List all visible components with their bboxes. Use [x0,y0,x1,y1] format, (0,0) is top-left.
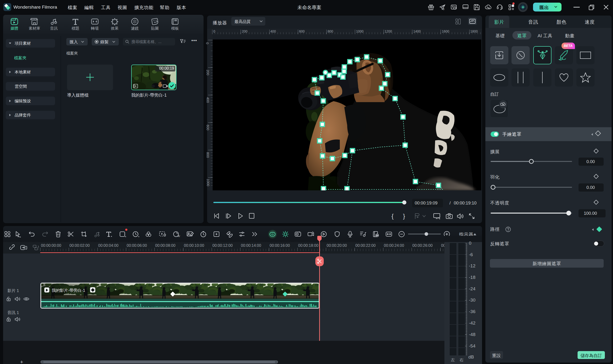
svg-text:8: 8 [443,8,445,11]
svg-text:AI: AI [177,235,180,237]
